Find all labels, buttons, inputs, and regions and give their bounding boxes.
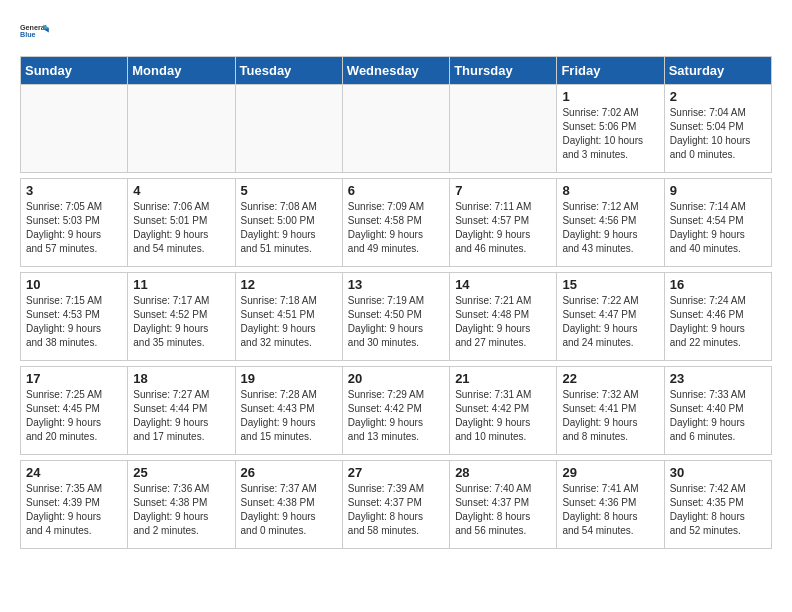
day-number: 12 <box>241 277 337 292</box>
day-info: Sunrise: 7:11 AM Sunset: 4:57 PM Dayligh… <box>455 200 551 256</box>
calendar-cell: 30Sunrise: 7:42 AM Sunset: 4:35 PM Dayli… <box>664 461 771 549</box>
day-number: 15 <box>562 277 658 292</box>
day-number: 29 <box>562 465 658 480</box>
calendar-cell <box>342 85 449 173</box>
weekday-header-wednesday: Wednesday <box>342 57 449 85</box>
day-info: Sunrise: 7:42 AM Sunset: 4:35 PM Dayligh… <box>670 482 766 538</box>
day-number: 30 <box>670 465 766 480</box>
day-number: 9 <box>670 183 766 198</box>
calendar-week-3: 10Sunrise: 7:15 AM Sunset: 4:53 PM Dayli… <box>21 273 772 361</box>
calendar-cell: 23Sunrise: 7:33 AM Sunset: 4:40 PM Dayli… <box>664 367 771 455</box>
calendar-cell: 5Sunrise: 7:08 AM Sunset: 5:00 PM Daylig… <box>235 179 342 267</box>
calendar-cell: 22Sunrise: 7:32 AM Sunset: 4:41 PM Dayli… <box>557 367 664 455</box>
logo: GeneralBlue <box>20 16 52 48</box>
calendar-cell: 7Sunrise: 7:11 AM Sunset: 4:57 PM Daylig… <box>450 179 557 267</box>
calendar-cell: 18Sunrise: 7:27 AM Sunset: 4:44 PM Dayli… <box>128 367 235 455</box>
calendar-week-1: 1Sunrise: 7:02 AM Sunset: 5:06 PM Daylig… <box>21 85 772 173</box>
calendar-cell: 17Sunrise: 7:25 AM Sunset: 4:45 PM Dayli… <box>21 367 128 455</box>
day-number: 7 <box>455 183 551 198</box>
weekday-header-sunday: Sunday <box>21 57 128 85</box>
calendar-table: SundayMondayTuesdayWednesdayThursdayFrid… <box>20 56 772 549</box>
calendar-cell: 13Sunrise: 7:19 AM Sunset: 4:50 PM Dayli… <box>342 273 449 361</box>
day-info: Sunrise: 7:32 AM Sunset: 4:41 PM Dayligh… <box>562 388 658 444</box>
day-info: Sunrise: 7:17 AM Sunset: 4:52 PM Dayligh… <box>133 294 229 350</box>
weekday-header-thursday: Thursday <box>450 57 557 85</box>
calendar-cell: 21Sunrise: 7:31 AM Sunset: 4:42 PM Dayli… <box>450 367 557 455</box>
calendar-cell: 29Sunrise: 7:41 AM Sunset: 4:36 PM Dayli… <box>557 461 664 549</box>
day-info: Sunrise: 7:39 AM Sunset: 4:37 PM Dayligh… <box>348 482 444 538</box>
day-number: 23 <box>670 371 766 386</box>
day-info: Sunrise: 7:05 AM Sunset: 5:03 PM Dayligh… <box>26 200 122 256</box>
calendar-cell: 1Sunrise: 7:02 AM Sunset: 5:06 PM Daylig… <box>557 85 664 173</box>
day-info: Sunrise: 7:25 AM Sunset: 4:45 PM Dayligh… <box>26 388 122 444</box>
day-info: Sunrise: 7:41 AM Sunset: 4:36 PM Dayligh… <box>562 482 658 538</box>
day-number: 13 <box>348 277 444 292</box>
day-number: 14 <box>455 277 551 292</box>
weekday-header-tuesday: Tuesday <box>235 57 342 85</box>
calendar-cell: 3Sunrise: 7:05 AM Sunset: 5:03 PM Daylig… <box>21 179 128 267</box>
day-info: Sunrise: 7:40 AM Sunset: 4:37 PM Dayligh… <box>455 482 551 538</box>
day-number: 26 <box>241 465 337 480</box>
day-info: Sunrise: 7:19 AM Sunset: 4:50 PM Dayligh… <box>348 294 444 350</box>
day-number: 25 <box>133 465 229 480</box>
calendar-cell: 15Sunrise: 7:22 AM Sunset: 4:47 PM Dayli… <box>557 273 664 361</box>
weekday-header-monday: Monday <box>128 57 235 85</box>
day-number: 10 <box>26 277 122 292</box>
day-number: 4 <box>133 183 229 198</box>
day-info: Sunrise: 7:04 AM Sunset: 5:04 PM Dayligh… <box>670 106 766 162</box>
day-info: Sunrise: 7:29 AM Sunset: 4:42 PM Dayligh… <box>348 388 444 444</box>
day-number: 3 <box>26 183 122 198</box>
day-number: 24 <box>26 465 122 480</box>
day-info: Sunrise: 7:31 AM Sunset: 4:42 PM Dayligh… <box>455 388 551 444</box>
day-number: 6 <box>348 183 444 198</box>
calendar-week-4: 17Sunrise: 7:25 AM Sunset: 4:45 PM Dayli… <box>21 367 772 455</box>
calendar-cell: 16Sunrise: 7:24 AM Sunset: 4:46 PM Dayli… <box>664 273 771 361</box>
calendar-cell: 28Sunrise: 7:40 AM Sunset: 4:37 PM Dayli… <box>450 461 557 549</box>
calendar-cell: 10Sunrise: 7:15 AM Sunset: 4:53 PM Dayli… <box>21 273 128 361</box>
day-number: 11 <box>133 277 229 292</box>
day-info: Sunrise: 7:18 AM Sunset: 4:51 PM Dayligh… <box>241 294 337 350</box>
day-number: 20 <box>348 371 444 386</box>
day-info: Sunrise: 7:02 AM Sunset: 5:06 PM Dayligh… <box>562 106 658 162</box>
header: GeneralBlue <box>20 16 772 48</box>
day-info: Sunrise: 7:06 AM Sunset: 5:01 PM Dayligh… <box>133 200 229 256</box>
calendar-cell <box>21 85 128 173</box>
calendar-cell: 26Sunrise: 7:37 AM Sunset: 4:38 PM Dayli… <box>235 461 342 549</box>
day-number: 21 <box>455 371 551 386</box>
day-number: 1 <box>562 89 658 104</box>
calendar-week-5: 24Sunrise: 7:35 AM Sunset: 4:39 PM Dayli… <box>21 461 772 549</box>
day-number: 8 <box>562 183 658 198</box>
calendar-cell: 2Sunrise: 7:04 AM Sunset: 5:04 PM Daylig… <box>664 85 771 173</box>
svg-text:Blue: Blue <box>20 30 36 39</box>
day-number: 19 <box>241 371 337 386</box>
calendar-cell: 24Sunrise: 7:35 AM Sunset: 4:39 PM Dayli… <box>21 461 128 549</box>
calendar-cell <box>235 85 342 173</box>
calendar-header-row: SundayMondayTuesdayWednesdayThursdayFrid… <box>21 57 772 85</box>
day-info: Sunrise: 7:28 AM Sunset: 4:43 PM Dayligh… <box>241 388 337 444</box>
day-number: 16 <box>670 277 766 292</box>
day-number: 18 <box>133 371 229 386</box>
day-info: Sunrise: 7:12 AM Sunset: 4:56 PM Dayligh… <box>562 200 658 256</box>
calendar-cell: 19Sunrise: 7:28 AM Sunset: 4:43 PM Dayli… <box>235 367 342 455</box>
day-info: Sunrise: 7:36 AM Sunset: 4:38 PM Dayligh… <box>133 482 229 538</box>
day-info: Sunrise: 7:09 AM Sunset: 4:58 PM Dayligh… <box>348 200 444 256</box>
day-info: Sunrise: 7:22 AM Sunset: 4:47 PM Dayligh… <box>562 294 658 350</box>
day-number: 2 <box>670 89 766 104</box>
day-info: Sunrise: 7:08 AM Sunset: 5:00 PM Dayligh… <box>241 200 337 256</box>
weekday-header-friday: Friday <box>557 57 664 85</box>
day-info: Sunrise: 7:33 AM Sunset: 4:40 PM Dayligh… <box>670 388 766 444</box>
day-number: 28 <box>455 465 551 480</box>
calendar-cell: 20Sunrise: 7:29 AM Sunset: 4:42 PM Dayli… <box>342 367 449 455</box>
day-number: 17 <box>26 371 122 386</box>
calendar-cell: 9Sunrise: 7:14 AM Sunset: 4:54 PM Daylig… <box>664 179 771 267</box>
calendar-cell <box>450 85 557 173</box>
calendar-cell: 12Sunrise: 7:18 AM Sunset: 4:51 PM Dayli… <box>235 273 342 361</box>
day-info: Sunrise: 7:14 AM Sunset: 4:54 PM Dayligh… <box>670 200 766 256</box>
day-info: Sunrise: 7:35 AM Sunset: 4:39 PM Dayligh… <box>26 482 122 538</box>
calendar-cell: 25Sunrise: 7:36 AM Sunset: 4:38 PM Dayli… <box>128 461 235 549</box>
day-info: Sunrise: 7:24 AM Sunset: 4:46 PM Dayligh… <box>670 294 766 350</box>
day-number: 27 <box>348 465 444 480</box>
calendar-cell: 14Sunrise: 7:21 AM Sunset: 4:48 PM Dayli… <box>450 273 557 361</box>
calendar-cell <box>128 85 235 173</box>
calendar-cell: 11Sunrise: 7:17 AM Sunset: 4:52 PM Dayli… <box>128 273 235 361</box>
